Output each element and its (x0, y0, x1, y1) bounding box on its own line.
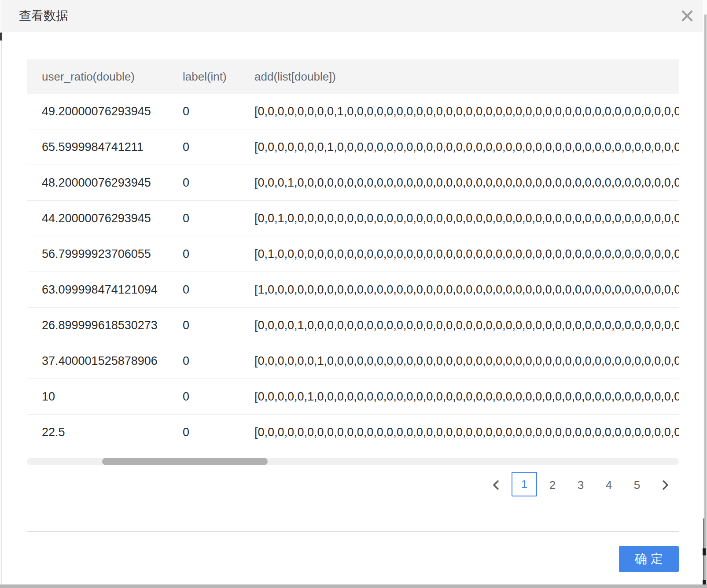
view-data-dialog: 查看数据 user_ratio(double) label(int) add(l… (0, 0, 707, 588)
pagination-prev-button[interactable] (482, 472, 510, 498)
column-header-user-ratio: user_ratio(double) (27, 70, 183, 84)
footer-divider (27, 531, 679, 532)
pagination-page-button[interactable]: 3 (567, 472, 595, 498)
table-horizontal-scrollbar-track[interactable] (27, 458, 679, 465)
page-behind-left-edge (0, 0, 2, 588)
table-row: 48.20000076293945 0 [0,0,0,1,0,0,0,0,0,0… (27, 165, 679, 201)
page-behind-bottom-edge (0, 584, 707, 588)
pagination-page-button[interactable]: 5 (623, 472, 651, 498)
pagination-pages: 1 2 3 4 5 (510, 472, 651, 498)
cell-label: 0 (183, 140, 254, 154)
cell-user-ratio: 48.20000076293945 (27, 176, 183, 190)
table-row: 56.79999923706055 0 [0,1,0,0,0,0,0,0,0,0… (27, 236, 679, 272)
cell-user-ratio: 26.899999618530273 (27, 319, 183, 332)
page-behind-right-mark (703, 548, 706, 555)
close-icon (681, 9, 694, 22)
cell-add: [0,0,0,0,0,0,0,0,1,0,0,0,0,0,0,0,0,0,0,0… (254, 105, 679, 118)
cell-add: [0,1,0,0,0,0,0,0,0,0,0,0,0,0,0,0,0,0,0,0… (254, 247, 679, 261)
table-row: 26.899999618530273 0 [0,0,0,0,1,0,0,0,0,… (27, 308, 679, 343)
cell-user-ratio: 37.400001525878906 (27, 354, 183, 368)
cell-user-ratio: 63.099998474121094 (27, 283, 183, 297)
pagination: 1 2 3 4 5 (482, 472, 679, 498)
cell-user-ratio: 22.5 (27, 426, 183, 439)
cell-user-ratio: 56.79999923706055 (27, 247, 183, 261)
cell-user-ratio: 10 (27, 390, 183, 404)
pagination-page-button[interactable]: 4 (595, 472, 623, 498)
cell-label: 0 (183, 390, 254, 404)
chevron-left-icon (491, 480, 501, 490)
table-row: 37.400001525878906 0 [0,0,0,0,0,0,1,0,0,… (27, 343, 679, 379)
pagination-page-button[interactable]: 2 (538, 472, 567, 498)
cell-label: 0 (183, 176, 254, 190)
cell-add: [0,0,0,0,0,0,0,1,0,0,0,0,0,0,0,0,0,0,0,0… (254, 140, 679, 154)
chevron-right-icon (660, 480, 670, 490)
table-row: 10 0 [0,0,0,0,0,1,0,0,0,0,0,0,0,0,0,0,0,… (27, 379, 679, 415)
table-row: 22.5 0 [0,0,0,0,0,0,0,0,0,0,0,0,0,0,0,0,… (27, 415, 679, 450)
page-behind-content-fragment (0, 33, 2, 40)
column-header-label: label(int) (183, 70, 254, 84)
pagination-next-button[interactable] (651, 472, 679, 498)
column-header-add: add(list[double]) (254, 70, 679, 84)
table-row: 65.5999984741211 0 [0,0,0,0,0,0,0,1,0,0,… (27, 129, 679, 165)
cell-user-ratio: 49.20000076293945 (27, 105, 183, 118)
cell-add: [0,0,0,1,0,0,0,0,0,0,0,0,0,0,0,0,0,0,0,0… (254, 176, 679, 190)
table-row: 49.20000076293945 0 [0,0,0,0,0,0,0,0,1,0… (27, 94, 679, 129)
page-behind-scrollbar (704, 15, 707, 588)
cell-user-ratio: 44.20000076293945 (27, 212, 183, 225)
cell-label: 0 (183, 354, 254, 368)
cell-label: 0 (183, 283, 254, 297)
cell-label: 0 (183, 105, 254, 118)
cell-add: [0,0,1,0,0,0,0,0,0,0,0,0,0,0,0,0,0,0,0,0… (254, 212, 679, 225)
cell-add: [0,0,0,0,0,0,1,0,0,0,0,0,0,0,0,0,0,0,0,0… (254, 354, 679, 368)
table-body: 49.20000076293945 0 [0,0,0,0,0,0,0,0,1,0… (27, 94, 679, 450)
dialog-header: 查看数据 (1, 0, 703, 32)
cell-user-ratio: 65.5999984741211 (27, 140, 183, 154)
cell-add: [0,0,0,0,0,0,0,0,0,0,0,0,0,0,0,0,0,0,0,0… (254, 426, 679, 439)
table-row: 63.099998474121094 0 [1,0,0,0,0,0,0,0,0,… (27, 272, 679, 308)
dialog-title: 查看数据 (19, 0, 68, 32)
cell-label: 0 (183, 319, 254, 332)
table-row: 44.20000076293945 0 [0,0,1,0,0,0,0,0,0,0… (27, 201, 679, 236)
pagination-page-button[interactable]: 1 (512, 472, 537, 496)
table-horizontal-scrollbar-thumb[interactable] (102, 458, 268, 465)
cell-label: 0 (183, 212, 254, 225)
cell-add: [1,0,0,0,0,0,0,0,0,0,0,0,0,0,0,0,0,0,0,0… (254, 283, 679, 297)
cell-label: 0 (183, 247, 254, 261)
table-header: user_ratio(double) label(int) add(list[d… (27, 59, 679, 94)
confirm-button[interactable]: 确 定 (619, 546, 679, 572)
close-button[interactable] (680, 8, 695, 23)
cell-add: [0,0,0,0,0,1,0,0,0,0,0,0,0,0,0,0,0,0,0,0… (254, 390, 679, 404)
cell-add: [0,0,0,0,1,0,0,0,0,0,0,0,0,0,0,0,0,0,0,0… (254, 319, 679, 332)
cell-label: 0 (183, 426, 254, 439)
